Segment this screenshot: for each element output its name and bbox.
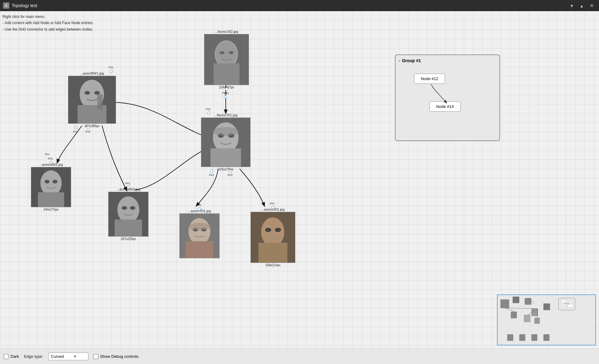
node-js1-port2[interactable] xyxy=(210,169,213,173)
node-vd1[interactable]: ...aces/VD1.jpg P#1 xyxy=(179,209,220,258)
svg-rect-39 xyxy=(501,300,509,308)
svg-rect-20 xyxy=(38,192,64,207)
node-dd1-size: 169x214px xyxy=(265,263,280,267)
svg-rect-42 xyxy=(525,298,531,305)
minimize-button[interactable]: ▾ xyxy=(567,1,576,10)
instruction-line3: - Use the DnD connector to add edges bet… xyxy=(2,26,93,32)
svg-rect-41 xyxy=(513,297,519,303)
svg-point-10 xyxy=(94,91,100,95)
node-bw1-port1[interactable] xyxy=(110,70,113,73)
node-bw2-size: 244x275px xyxy=(44,208,59,211)
svg-point-38 xyxy=(275,228,281,232)
svg-rect-46 xyxy=(524,315,530,322)
svg-point-9 xyxy=(84,91,90,95)
group-collapse-button[interactable]: - xyxy=(399,58,400,63)
node-bw1-label: ...aces/BW1.jpg xyxy=(80,71,104,75)
node-bw1-port3[interactable] xyxy=(87,126,90,129)
minimap-content xyxy=(498,295,595,345)
svg-rect-54 xyxy=(543,334,550,341)
svg-point-19 xyxy=(41,170,62,196)
dark-checkbox[interactable] xyxy=(4,354,9,359)
svg-rect-43 xyxy=(531,309,538,316)
svg-rect-3 xyxy=(214,63,240,85)
group-node-12[interactable]: Node #12 xyxy=(414,74,445,84)
node-js2-label: ...faces/JS2.jpg xyxy=(215,30,238,33)
title-bar: X Topology test ▾ ▴ ✕ xyxy=(0,0,599,11)
svg-point-29 xyxy=(189,218,211,245)
svg-rect-25 xyxy=(115,220,142,236)
group-panel: - Group #1 Node #12 Node #14 xyxy=(395,54,500,141)
node-dd1[interactable]: ...aces/DD1.jpg 169x214px P#1 xyxy=(250,208,295,267)
svg-point-27 xyxy=(130,206,135,210)
svg-rect-14 xyxy=(211,148,241,167)
svg-point-21 xyxy=(45,180,49,183)
svg-point-26 xyxy=(122,206,127,210)
node-bw3-port1[interactable] xyxy=(127,186,130,189)
node-vd1-port1[interactable] xyxy=(198,208,201,211)
debug-checkbox[interactable] xyxy=(93,354,98,359)
bottom-bar: Dark Edge type: Curved ▼ Show Debug cont… xyxy=(0,349,599,364)
svg-line-56 xyxy=(505,308,537,309)
node-bw1[interactable]: ...aces/BW1.jpg 382x395px P#1 P#2 xyxy=(68,71,116,128)
node-bw1-port1-label: P#1 xyxy=(109,66,113,69)
node-bw2-image[interactable] xyxy=(31,167,71,207)
node-bw3-image[interactable] xyxy=(108,192,148,237)
node-vd1-image[interactable] xyxy=(179,213,220,258)
svg-point-24 xyxy=(118,196,139,223)
node-bw1-port2[interactable] xyxy=(74,126,77,129)
instruction-line2: - Add content with Add Node or Add Face … xyxy=(2,20,93,26)
group-edges xyxy=(396,55,499,140)
edge-type-label: Edge type: xyxy=(24,354,43,359)
js2-port4-label: P#4 xyxy=(222,92,227,95)
minimap-svg xyxy=(498,295,595,345)
svg-point-4 xyxy=(220,51,225,54)
svg-rect-36 xyxy=(259,243,288,263)
node-dd1-image[interactable] xyxy=(250,212,295,263)
dropdown-arrow-icon: ▼ xyxy=(73,354,77,359)
maximize-button[interactable]: ▴ xyxy=(577,1,586,10)
node-bw2-port1-label: P#1 xyxy=(48,157,53,160)
node-bw3[interactable]: ...aces/BW3.jpg 187x229px P#1 xyxy=(108,187,148,241)
node-dd1-port1[interactable] xyxy=(272,206,275,209)
node-bw1-port3-label: P#3 xyxy=(85,130,90,133)
svg-rect-51 xyxy=(507,334,513,341)
minimap: 90.0% xyxy=(497,294,596,345)
node-bw1-port2-label: P#2 xyxy=(73,130,78,133)
js2-port-top[interactable] xyxy=(224,95,227,98)
title-bar-left: X Topology test xyxy=(3,2,37,9)
instruction-line1: Right click for main menu: xyxy=(2,14,93,20)
edge-type-select[interactable]: Curved ▼ xyxy=(48,353,88,360)
close-button[interactable]: ✕ xyxy=(587,1,596,10)
svg-rect-53 xyxy=(531,334,537,341)
node-bw2-port1[interactable] xyxy=(49,161,53,164)
main-area: Right click for main menu: - Add content… xyxy=(0,11,599,364)
svg-rect-50 xyxy=(567,304,573,307)
node-js1-image[interactable] xyxy=(201,118,250,167)
svg-rect-49 xyxy=(562,300,567,303)
node-js2-port-bottom[interactable] xyxy=(225,88,228,91)
node-js2[interactable]: ...faces/JS2.jpg 234x307px P#1 xyxy=(204,30,249,89)
node-bw3-port1-label: P#1 xyxy=(125,182,130,185)
svg-point-22 xyxy=(53,180,58,183)
bw2-incoming-label: P#1 xyxy=(45,153,50,156)
svg-point-35 xyxy=(261,217,285,247)
node-bw1-image[interactable] xyxy=(68,76,116,124)
svg-rect-52 xyxy=(519,334,525,341)
canvas-area[interactable]: Right click for main menu: - Add content… xyxy=(0,11,599,364)
svg-line-55 xyxy=(505,308,515,312)
title-bar-controls: ▾ ▴ ✕ xyxy=(567,1,596,10)
node-js1[interactable]: ...faces/JS1.jpg 225x279px P#1 P#2 xyxy=(201,113,250,171)
node-js1-port1[interactable] xyxy=(207,112,210,115)
node-js1-port3[interactable] xyxy=(229,169,232,173)
node-js1-label: ...faces/JS1.jpg xyxy=(214,113,237,117)
node-js1-port2-label: P#2 xyxy=(209,173,214,177)
svg-rect-44 xyxy=(543,303,550,310)
svg-rect-11 xyxy=(97,94,103,109)
group-node-14[interactable]: Node #14 xyxy=(430,101,460,112)
edge-type-value: Curved xyxy=(51,354,64,359)
node-js2-image[interactable] xyxy=(204,34,249,85)
group-title-label: Group #1 xyxy=(402,58,421,63)
node-bw3-size: 187x229px xyxy=(121,237,136,241)
debug-label: Show Debug controls. xyxy=(100,354,139,359)
node-bw2[interactable]: ...aces/BW2.jpg 244x275px P#1 xyxy=(31,163,71,211)
